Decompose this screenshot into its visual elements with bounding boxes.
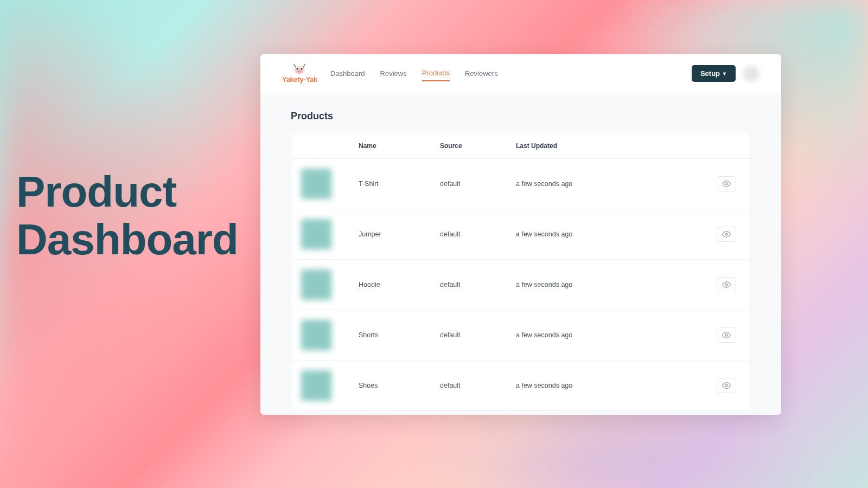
chevron-down-icon: ▼ [722, 71, 727, 76]
slide-title: Product Dashboard [16, 168, 238, 264]
product-name: Hoodie [351, 260, 432, 310]
product-source: default [432, 361, 508, 411]
product-thumbnail [301, 269, 331, 300]
view-button[interactable] [717, 378, 736, 393]
product-updated: a few seconds ago [508, 310, 707, 361]
svg-point-10 [725, 384, 727, 387]
page-title: Products [291, 111, 751, 122]
product-source: default [432, 159, 508, 209]
product-thumbnail [301, 320, 331, 350]
nav-reviewers[interactable]: Reviewers [465, 66, 498, 81]
main-nav: Dashboard Reviews Products Reviewers [330, 66, 498, 81]
product-source: default [432, 209, 508, 260]
table-row: Hoodie default a few seconds ago [291, 260, 750, 310]
nav-products[interactable]: Products [422, 66, 450, 81]
eye-icon [722, 230, 731, 239]
product-updated: a few seconds ago [508, 159, 707, 209]
product-thumbnail [301, 370, 331, 401]
table-row: Jumper default a few seconds ago [291, 209, 750, 260]
view-button[interactable] [717, 176, 736, 191]
app-window: Yakety-Yak Dashboard Reviews Products Re… [260, 54, 781, 415]
slide-title-line1: Product [16, 168, 238, 216]
svg-point-2 [297, 68, 298, 70]
brand-logo[interactable]: Yakety-Yak [282, 63, 317, 84]
product-name: Shorts [351, 310, 432, 361]
svg-point-5 [300, 71, 301, 72]
setup-button-label: Setup [700, 69, 720, 78]
col-source: Source [432, 133, 508, 159]
product-updated: a few seconds ago [508, 209, 707, 260]
col-action [707, 133, 750, 159]
col-name: Name [351, 133, 432, 159]
topbar-right: Setup ▼ [692, 65, 760, 82]
yak-icon [292, 63, 307, 74]
svg-point-3 [301, 68, 303, 70]
view-button[interactable] [717, 227, 736, 242]
svg-point-7 [725, 233, 727, 235]
content-area: Products Name Source Last Updated T-Shir [260, 93, 781, 415]
view-button[interactable] [717, 277, 736, 292]
slide-title-line2: Dashboard [16, 216, 238, 264]
table-row: Shoes default a few seconds ago [291, 361, 750, 411]
product-name: Jumper [351, 209, 432, 260]
eye-icon [722, 331, 731, 339]
nav-reviews[interactable]: Reviews [380, 66, 407, 81]
col-thumbnail [291, 133, 351, 159]
svg-point-6 [725, 183, 727, 185]
col-updated: Last Updated [508, 133, 707, 159]
eye-icon [722, 280, 731, 289]
product-thumbnail [301, 219, 331, 249]
products-table: Name Source Last Updated T-Shirt default… [291, 133, 750, 410]
brand-name: Yakety-Yak [282, 75, 317, 84]
setup-button[interactable]: Setup ▼ [692, 65, 736, 82]
eye-icon [722, 381, 731, 390]
svg-point-9 [725, 334, 727, 336]
avatar[interactable] [743, 66, 760, 82]
product-name: T-Shirt [351, 159, 432, 209]
product-thumbnail [301, 169, 331, 199]
product-source: default [432, 310, 508, 361]
view-button[interactable] [717, 328, 736, 343]
table-row: T-Shirt default a few seconds ago [291, 159, 750, 209]
product-updated: a few seconds ago [508, 260, 707, 310]
svg-point-8 [725, 284, 727, 286]
eye-icon [722, 179, 731, 188]
table-row: Shorts default a few seconds ago [291, 310, 750, 361]
product-updated: a few seconds ago [508, 361, 707, 411]
nav-dashboard[interactable]: Dashboard [330, 66, 365, 81]
svg-point-4 [298, 71, 299, 72]
topbar: Yakety-Yak Dashboard Reviews Products Re… [260, 54, 781, 93]
product-source: default [432, 260, 508, 310]
product-name: Shoes [351, 361, 432, 411]
products-table-card: Name Source Last Updated T-Shirt default… [291, 133, 751, 411]
svg-point-1 [296, 69, 303, 74]
